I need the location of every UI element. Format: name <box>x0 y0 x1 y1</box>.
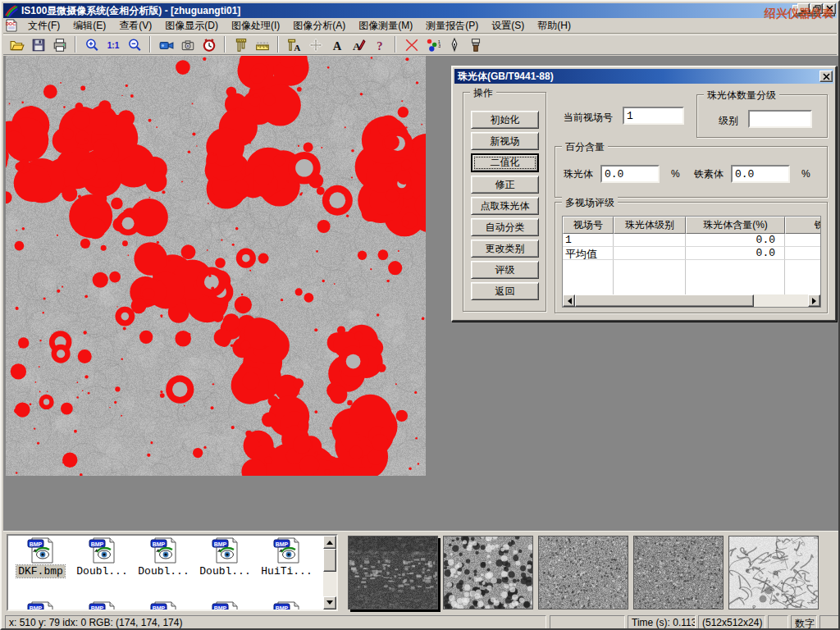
toolbar-button[interactable] <box>465 35 486 54</box>
scroll-up-button[interactable] <box>323 536 336 549</box>
toolbar-icon <box>127 38 142 52</box>
bmp-file-icon: BMP <box>89 601 116 611</box>
svg-text:A: A <box>353 39 361 52</box>
metallograph-image[interactable] <box>6 56 426 476</box>
toolbar-icon <box>447 38 462 52</box>
operation-button[interactable]: 点取珠光体 <box>471 197 539 215</box>
toolbar-icon: 1:1 <box>106 38 121 52</box>
svg-text:BMP: BMP <box>90 541 103 547</box>
svg-text:BMP: BMP <box>29 605 42 611</box>
toolbar-button[interactable]: A <box>284 35 305 54</box>
file-browser-scrollbar[interactable] <box>323 536 336 609</box>
operations-group: 操作 初始化 新视场 二值化 修正 点取珠光体 自动分类 <box>463 92 546 312</box>
toolbar-button[interactable] <box>81 35 103 54</box>
toolbar-button[interactable]: ? <box>369 35 390 54</box>
pearlite-percent-input[interactable]: 0.0 <box>600 165 660 183</box>
toolbar-button[interactable] <box>231 35 252 54</box>
operation-button[interactable]: 自动分类 <box>471 218 539 236</box>
thumbnail-4[interactable] <box>633 536 724 609</box>
child-restore-button[interactable] <box>810 3 823 14</box>
file-item[interactable]: BMP <box>10 601 71 611</box>
operation-button[interactable]: 评级 <box>471 261 539 279</box>
toolbar-button[interactable]: A <box>326 35 348 54</box>
thumbnail-3[interactable] <box>538 536 628 609</box>
toolbar-button[interactable] <box>444 35 465 54</box>
dialog-title-bar[interactable]: 珠光体(GB/T9441-88) <box>454 69 833 84</box>
toolbar-button[interactable] <box>252 35 273 54</box>
file-item[interactable]: BMP <box>133 601 194 611</box>
toolbar-icon <box>31 38 46 52</box>
operation-button[interactable]: 初始化 <box>471 111 539 129</box>
operation-button[interactable]: 二值化 <box>471 153 539 172</box>
menu-item[interactable]: 图像处理(I) <box>225 17 286 34</box>
child-minimize-button[interactable] <box>797 3 810 14</box>
menu-item[interactable]: 图像测量(M) <box>352 17 419 34</box>
file-item[interactable]: BMP Doubl... <box>194 537 256 578</box>
table-hscrollbar[interactable] <box>563 294 820 307</box>
menu-item[interactable]: 图像分析(A) <box>286 17 352 34</box>
toolbar-icon <box>180 38 195 52</box>
menu-item[interactable]: 查看(V) <box>112 17 158 34</box>
current-view-input[interactable]: 1 <box>623 107 684 125</box>
toolbar-button[interactable] <box>49 35 71 54</box>
app-logo-icon <box>5 5 18 17</box>
thumbnail-5[interactable] <box>728 536 819 609</box>
table-row[interactable]: 平均值 0.0 <box>563 247 820 260</box>
file-item[interactable]: BMP DKF.bmp <box>10 537 71 578</box>
scroll-left-button[interactable] <box>563 294 575 307</box>
toolbar-button[interactable] <box>199 35 220 54</box>
toolbar-button[interactable] <box>401 35 422 54</box>
bmp-file-icon: BMP <box>150 537 178 564</box>
title-bar[interactable]: IS100显微摄像系统(金相分析版) - [zhuguangti01] <box>3 3 837 18</box>
child-close-button[interactable] <box>824 3 836 14</box>
menu-item[interactable]: 设置(S) <box>485 17 531 34</box>
file-item[interactable]: BMP Doubl... <box>71 537 133 578</box>
file-item[interactable]: BMP HuiTi... <box>256 537 317 578</box>
file-item[interactable]: BMP <box>194 601 256 611</box>
scroll-right-button[interactable] <box>808 294 820 307</box>
operation-button[interactable]: 更改类别 <box>471 240 539 258</box>
toolbar-button[interactable] <box>305 35 326 54</box>
operations-legend: 操作 <box>470 86 496 100</box>
file-name: Doubl... <box>75 565 129 578</box>
status-blank <box>819 615 839 629</box>
svg-text:BMP: BMP <box>275 605 288 611</box>
thumbnail-2[interactable] <box>443 536 533 609</box>
pearlite-percent-field: 珠光体 0.0 % <box>564 165 680 183</box>
file-item[interactable]: BMP Doubl... <box>133 537 194 578</box>
toolbar-button[interactable]: 1:1 <box>103 35 124 54</box>
bmp-file-icon: BMP <box>273 537 301 564</box>
toolbar-icon <box>10 38 25 52</box>
operation-button[interactable]: 新视场 <box>471 132 539 150</box>
percent-sign: % <box>801 168 810 180</box>
toolbar-button[interactable] <box>7 35 28 54</box>
toolbar-button[interactable] <box>177 35 199 54</box>
menu-item[interactable]: 文件(F) <box>21 17 66 34</box>
dialog-close-button[interactable] <box>819 71 833 82</box>
bmp-file-icon: BMP <box>212 601 240 611</box>
scroll-thumb[interactable] <box>575 294 754 307</box>
menu-item[interactable]: 测量报告(P) <box>419 17 485 34</box>
svg-text:1:1: 1:1 <box>107 40 120 49</box>
menu-item[interactable]: 图像显示(D) <box>158 17 225 34</box>
grade-input[interactable] <box>748 110 812 128</box>
scroll-down-button[interactable] <box>323 596 336 609</box>
scroll-thumb[interactable] <box>323 549 336 572</box>
menu-item[interactable]: 编辑(E) <box>66 17 112 34</box>
ferrite-percent-input[interactable]: 0.0 <box>731 165 790 183</box>
toolbar-button[interactable] <box>28 35 49 54</box>
grade-legend: 珠光体数量分级 <box>704 89 779 103</box>
file-item[interactable]: BMP <box>71 601 133 611</box>
toolbar-button[interactable] <box>124 35 145 54</box>
toolbar-button[interactable]: 13 <box>422 35 444 54</box>
operation-button[interactable]: 修正 <box>471 176 539 194</box>
bmp-file-icon: BMP <box>212 537 240 564</box>
thumbnail-1[interactable] <box>348 536 438 609</box>
operation-button[interactable]: 返回 <box>471 282 539 300</box>
toolbar-button[interactable]: A <box>348 35 369 54</box>
menu-item[interactable]: 帮助(H) <box>531 17 578 34</box>
table-row[interactable]: 1 0.0 <box>563 234 820 247</box>
file-item[interactable]: BMP <box>256 601 317 611</box>
toolbar-icon: A <box>351 38 366 52</box>
toolbar-button[interactable] <box>156 35 177 54</box>
